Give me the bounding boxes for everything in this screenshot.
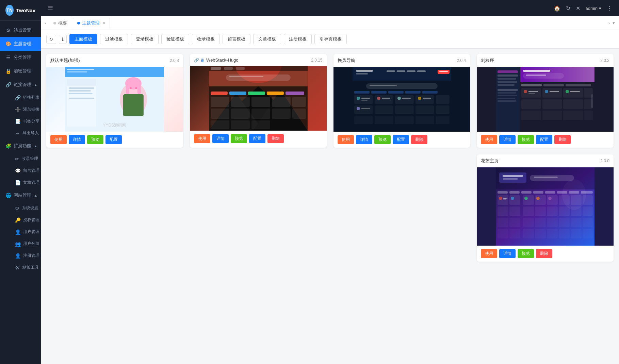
tab-dot-theme	[77, 22, 80, 24]
tab-overview[interactable]: 概要	[49, 18, 71, 29]
sidebar-item-article-management[interactable]: 📄 文章管理	[12, 177, 41, 188]
export-icon: ↔	[15, 131, 20, 136]
delete-button-4[interactable]: 删除	[554, 135, 571, 144]
collection-template-button[interactable]: 收录模板	[192, 34, 220, 44]
tab-theme-management[interactable]: 主题管理 ✕	[73, 18, 110, 29]
sidebar-item-category-management[interactable]: ☰ 分类管理	[0, 51, 41, 64]
svg-rect-74	[402, 98, 410, 99]
sidebar-item-website-management[interactable]: 🌐 网站管理 ▲	[0, 188, 41, 202]
sidebar-item-system-settings[interactable]: ⚙ 系统设置	[12, 202, 41, 214]
menu-toggle-button[interactable]: ☰	[48, 4, 53, 12]
svg-rect-75	[415, 95, 434, 104]
sidebar-item-message-management[interactable]: 💬 留言管理	[12, 165, 41, 177]
sidebar-item-export-import[interactable]: ↔ 导出导入	[12, 127, 41, 139]
sidebar-item-add-link[interactable]: ➕ 添加链接	[12, 103, 41, 115]
sidebar-item-registration-management[interactable]: 👤 注册管理	[12, 250, 41, 262]
sidebar-item-extend-features[interactable]: 🧩 扩展功能 ▲	[0, 139, 41, 153]
message-template-button[interactable]: 留言模板	[223, 34, 250, 44]
guide-template-button[interactable]: 引导页模板	[314, 34, 347, 44]
preview-button-2[interactable]: 预览	[231, 134, 247, 143]
svg-rect-174	[559, 218, 570, 227]
admin-menu-button[interactable]: admin ▾	[586, 6, 601, 11]
delete-button-5[interactable]: 删除	[536, 249, 552, 258]
theme-title-4: 刘稿序	[481, 57, 494, 64]
sidebar-label-extend-features: 扩展功能	[14, 143, 31, 149]
sidebar-label-webmaster-tools: 站长工具	[22, 265, 39, 270]
filter-template-button[interactable]: 过滤模板	[100, 34, 128, 44]
detail-button-4[interactable]: 详情	[499, 135, 516, 144]
use-button-5[interactable]: 使用	[481, 249, 497, 258]
main-template-button[interactable]: 主面模板	[69, 34, 97, 44]
sidebar-item-webmaster-tools[interactable]: 🛠 站长工具	[12, 262, 41, 274]
theme-version-4: 2.0.2	[600, 58, 609, 63]
refresh-button[interactable]: ↻	[566, 5, 570, 12]
sidebar-item-site-settings[interactable]: ⚙ 站点设置	[0, 23, 41, 37]
watermark-1: YYDS源码网	[103, 122, 127, 128]
delete-button-3[interactable]: 删除	[411, 135, 427, 144]
detail-button-2[interactable]: 详情	[212, 134, 229, 143]
svg-rect-142	[545, 191, 555, 194]
svg-rect-114	[542, 88, 562, 98]
register-template-button[interactable]: 注册模板	[284, 34, 312, 44]
close-button[interactable]: ✕	[576, 5, 580, 12]
theme-card-huaxi-homepage: 花茨主页 2.0.0	[477, 154, 614, 262]
home-button[interactable]: 🏠	[554, 5, 560, 12]
sidebar-item-link-list[interactable]: 🔗 链接列表	[12, 92, 41, 103]
use-button-3[interactable]: 使用	[338, 135, 354, 144]
refresh-themes-button[interactable]: ↻	[46, 35, 56, 44]
preview-button-4[interactable]: 预览	[518, 135, 534, 144]
svg-rect-55	[417, 70, 425, 72]
svg-rect-145	[581, 191, 593, 194]
sidebar-item-bookmark-share[interactable]: 📑 书签分享	[12, 115, 41, 127]
sidebar-label-add-link: 添加链接	[23, 106, 39, 112]
svg-rect-123	[563, 99, 583, 109]
svg-rect-98	[498, 89, 518, 91]
svg-rect-177	[498, 229, 508, 238]
more-options-button[interactable]: ⋮	[607, 5, 612, 12]
svg-rect-87	[374, 116, 393, 124]
config-button-1[interactable]: 配置	[105, 135, 122, 144]
detail-button-1[interactable]: 详情	[69, 135, 85, 144]
config-button-2[interactable]: 配置	[249, 134, 265, 143]
topbar-left: ☰	[48, 4, 53, 12]
topbar-right: 🏠 ↻ ✕ admin ▾ ⋮	[554, 5, 612, 12]
login-template-button[interactable]: 登录模板	[131, 34, 159, 44]
tab-arrow-next[interactable]: ›	[608, 20, 610, 26]
svg-rect-100	[498, 95, 517, 96]
config-button-4[interactable]: 配置	[536, 135, 552, 144]
sidebar-item-theme-management[interactable]: 🎨 主题管理	[0, 37, 41, 51]
svg-rect-84	[415, 105, 434, 114]
svg-rect-41	[231, 109, 250, 119]
use-button-1[interactable]: 使用	[50, 135, 67, 144]
preview-button-3[interactable]: 预览	[374, 135, 391, 144]
svg-rect-51	[356, 73, 368, 75]
tab-arrow-down[interactable]: ▾	[613, 20, 615, 26]
svg-rect-170	[509, 218, 520, 227]
sidebar-item-permission-management[interactable]: 🔑 授权管理	[12, 214, 41, 226]
sidebar-item-user-group[interactable]: 👥 用户分组	[12, 238, 41, 250]
sidebar-item-collection-management[interactable]: ✏ 收录管理	[12, 153, 41, 165]
tab-close-button[interactable]: ✕	[102, 21, 105, 25]
use-button-2[interactable]: 使用	[194, 134, 210, 143]
sidebar-item-encryption-management[interactable]: 🔒 加密管理	[0, 64, 41, 78]
delete-button-2[interactable]: 删除	[267, 134, 284, 143]
detail-button-3[interactable]: 详情	[356, 135, 372, 144]
svg-rect-113	[528, 93, 535, 94]
svg-rect-79	[354, 105, 373, 114]
verification-template-button[interactable]: 验证模板	[161, 34, 189, 44]
sidebar-item-link-management[interactable]: 🔗 链接管理 ▲	[0, 78, 41, 92]
svg-rect-64	[422, 91, 437, 94]
preview-button-5[interactable]: 预览	[518, 249, 534, 258]
info-button[interactable]: ℹ	[59, 35, 67, 44]
use-button-4[interactable]: 使用	[481, 135, 497, 144]
config-button-3[interactable]: 配置	[393, 135, 409, 144]
svg-rect-137	[534, 177, 558, 178]
preview-button-1[interactable]: 预览	[87, 135, 103, 144]
detail-button-5[interactable]: 详情	[499, 249, 516, 258]
sidebar-sub-extend: ✏ 收录管理 💬 留言管理 📄 文章管理	[0, 153, 41, 188]
register-icon: 👤	[15, 253, 20, 259]
article-template-button[interactable]: 文章模板	[253, 34, 281, 44]
tab-arrow-prev[interactable]: ‹	[45, 20, 46, 26]
svg-rect-38	[272, 97, 291, 107]
sidebar-item-user-management[interactable]: 👤 用户管理	[12, 226, 41, 238]
